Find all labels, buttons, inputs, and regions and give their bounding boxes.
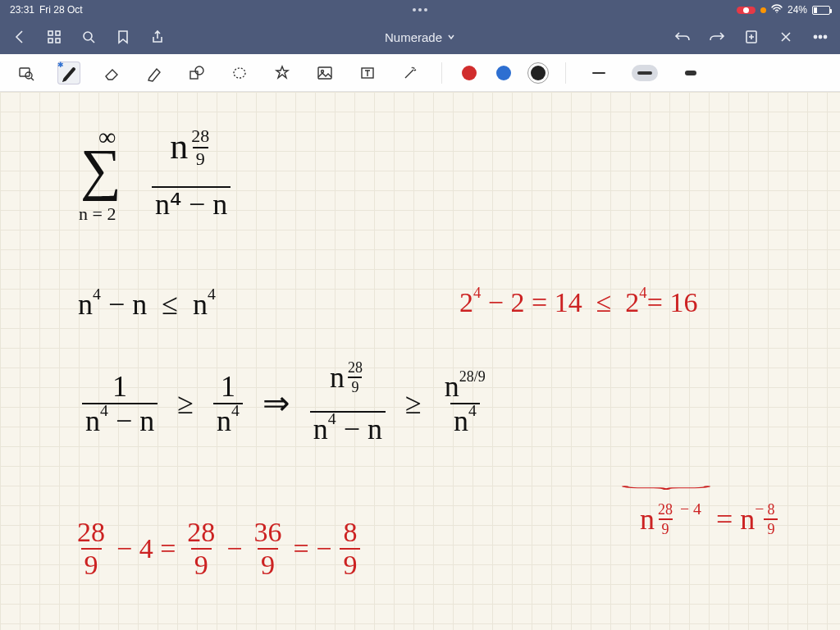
color-black[interactable]: [531, 66, 546, 80]
simplified-power: n289 − 4 = n−89: [640, 502, 778, 551]
exponent-calc: 289 − 4 = 289 − 369 = − 89: [74, 518, 360, 579]
ipad-status-bar: 23:31 Fri 28 Oct 24%: [0, 0, 840, 20]
note-canvas[interactable]: ∞ ∑ n = 2 n289 n⁴ − n n4 − n ≤ n4 24 − 2…: [0, 92, 840, 630]
zoom-tool[interactable]: [15, 62, 38, 84]
svg-rect-2: [48, 39, 52, 43]
color-red[interactable]: [462, 66, 477, 80]
status-time: 23:31: [10, 4, 34, 16]
status-date: Fri 28 Oct: [39, 4, 83, 16]
svg-rect-3: [56, 39, 60, 43]
stroke-thick[interactable]: [678, 65, 704, 81]
svg-rect-1: [56, 31, 60, 35]
eraser-tool[interactable]: [100, 62, 123, 84]
wifi-icon: [771, 4, 783, 16]
text-tool[interactable]: [356, 62, 379, 84]
sum-lower: n = 2: [79, 203, 116, 225]
shapes-tool[interactable]: [185, 62, 208, 84]
battery-percent: 24%: [788, 4, 807, 16]
share-button[interactable]: [149, 29, 166, 45]
svg-rect-11: [190, 71, 198, 79]
sticker-tool[interactable]: [271, 62, 294, 84]
pen-tool[interactable]: ✱: [57, 62, 80, 84]
svg-point-6: [814, 35, 816, 38]
close-button[interactable]: [778, 29, 794, 45]
stroke-medium[interactable]: [632, 65, 658, 81]
bookmark-button[interactable]: [115, 29, 131, 45]
bluetooth-icon: ✱: [57, 61, 64, 69]
svg-rect-0: [48, 31, 52, 35]
add-page-button[interactable]: [743, 29, 760, 45]
ineq-lhs: n4 − n ≤ n4: [78, 287, 216, 322]
search-button[interactable]: [80, 29, 97, 45]
svg-point-13: [234, 68, 245, 78]
redo-button[interactable]: [709, 29, 725, 45]
svg-point-12: [195, 66, 203, 75]
highlighter-tool[interactable]: [143, 62, 166, 84]
lasso-tool[interactable]: [228, 62, 251, 84]
ineq-fractions: 1n4 − n ≥ 1n4 ⇒ n289 n4 − n ≥ n28/9 n4: [82, 363, 489, 444]
chevron-down-icon: [447, 33, 455, 41]
stroke-thin[interactable]: [586, 65, 612, 81]
summand: n289 n⁴ − n: [152, 128, 231, 219]
magic-tool[interactable]: [399, 62, 422, 84]
toolbar-separator: [441, 62, 442, 84]
mic-indicator-icon: [760, 7, 766, 13]
toolbar-separator: [565, 62, 566, 84]
svg-rect-14: [318, 67, 331, 79]
document-title: Numerade: [385, 30, 442, 44]
underbrace: ⏟: [622, 467, 710, 490]
ineq-rhs-example: 24 − 2 = 14 ≤ 24= 16: [459, 287, 697, 318]
svg-point-8: [824, 35, 826, 38]
color-blue[interactable]: [496, 66, 511, 80]
sigma-symbol: ∑: [80, 141, 121, 199]
svg-point-10: [25, 72, 32, 79]
back-button[interactable]: [11, 29, 28, 45]
record-icon: [743, 7, 749, 13]
battery-icon: [812, 6, 830, 15]
grid-button[interactable]: [46, 29, 62, 45]
image-tool[interactable]: [313, 62, 336, 84]
screen-recording-indicator[interactable]: [737, 7, 756, 14]
multitask-dots[interactable]: [413, 8, 427, 11]
more-button[interactable]: [812, 29, 829, 45]
undo-button[interactable]: [674, 29, 691, 45]
document-title-dropdown[interactable]: Numerade: [385, 30, 455, 44]
svg-point-7: [819, 35, 821, 38]
drawing-toolbar: ✱: [0, 54, 840, 92]
svg-point-4: [84, 32, 92, 40]
app-navbar: Numerade: [0, 20, 840, 54]
